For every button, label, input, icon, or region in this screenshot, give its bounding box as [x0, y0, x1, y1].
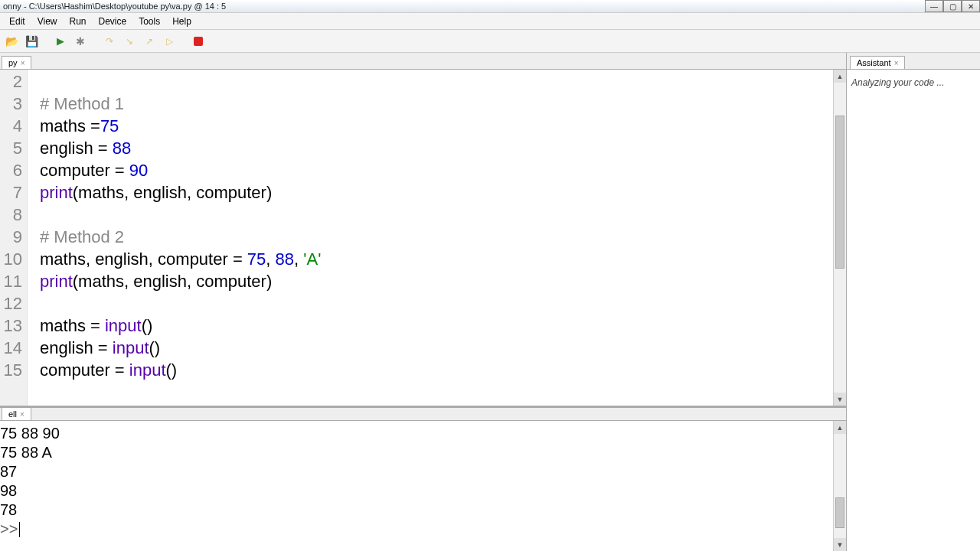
stop-button[interactable]: [190, 33, 207, 50]
open-file-button[interactable]: 📂: [3, 33, 20, 50]
bug-icon: ✱: [76, 35, 85, 47]
assistant-message: Analyzing your code ...: [847, 70, 980, 551]
menu-edit[interactable]: Edit: [3, 15, 31, 28]
menu-help[interactable]: Help: [166, 15, 198, 28]
scroll-down-icon[interactable]: ▼: [834, 538, 846, 551]
menu-view[interactable]: View: [31, 15, 64, 28]
shell-output[interactable]: 75 88 9075 88 A879878>>: [0, 421, 833, 551]
assistant-tab[interactable]: Assistant ×: [850, 56, 905, 69]
menu-tools[interactable]: Tools: [132, 15, 166, 28]
step-out-button[interactable]: ↗: [141, 33, 158, 50]
step-over-icon: ↷: [106, 36, 113, 47]
step-out-icon: ↗: [145, 36, 153, 47]
close-icon[interactable]: ×: [21, 59, 25, 67]
editor-scrollbar[interactable]: ▲ ▼: [833, 70, 846, 406]
scrollbar-thumb[interactable]: [835, 116, 844, 269]
resume-icon: ▷: [166, 36, 173, 47]
shell-panel[interactable]: 75 88 9075 88 A879878>> ▲ ▼: [0, 421, 846, 551]
step-into-button[interactable]: ↘: [121, 33, 138, 50]
menu-run[interactable]: Run: [63, 15, 92, 28]
assistant-tab-label: Assistant: [857, 58, 891, 67]
editor-tab-label: py: [8, 58, 18, 67]
shell-tab-label: ell: [8, 409, 17, 419]
run-button[interactable]: ▶: [52, 33, 69, 50]
toolbar: 📂 💾 ▶ ✱ ↷ ↘ ↗ ▷: [0, 30, 980, 53]
editor-tab-strip: py ×: [0, 53, 846, 70]
menu-device[interactable]: Device: [93, 15, 133, 28]
play-icon: ▶: [57, 35, 64, 47]
save-icon: 💾: [25, 35, 38, 47]
code-editor[interactable]: 23456789101112131415 # Method 1maths =75…: [0, 70, 846, 406]
step-over-button[interactable]: ↷: [101, 33, 118, 50]
title-bar: onny - C:\Users\Hashim\Desktop\youtube p…: [0, 0, 980, 13]
window-title: onny - C:\Users\Hashim\Desktop\youtube p…: [3, 2, 226, 11]
shell-scrollbar[interactable]: ▲ ▼: [833, 421, 846, 551]
close-icon[interactable]: ×: [20, 410, 24, 419]
minimize-button[interactable]: —: [925, 0, 943, 12]
shell-tab[interactable]: ell ×: [2, 407, 31, 420]
scroll-up-icon[interactable]: ▲: [834, 421, 846, 434]
debug-button[interactable]: ✱: [72, 33, 89, 50]
close-button[interactable]: ✕: [962, 0, 980, 12]
scroll-down-icon[interactable]: ▼: [834, 393, 846, 406]
shell-tab-strip: ell ×: [0, 406, 846, 421]
assistant-panel: Assistant × Analyzing your code ...: [847, 53, 980, 551]
code-content[interactable]: # Method 1maths =75english = 88computer …: [28, 70, 321, 406]
save-file-button[interactable]: 💾: [23, 33, 40, 50]
scrollbar-thumb[interactable]: [835, 497, 844, 528]
maximize-button[interactable]: ▢: [943, 0, 962, 12]
editor-tab[interactable]: py ×: [2, 56, 31, 69]
scroll-up-icon[interactable]: ▲: [834, 70, 846, 83]
menu-bar: Edit View Run Device Tools Help: [0, 13, 980, 30]
step-into-icon: ↘: [126, 36, 133, 47]
close-icon[interactable]: ×: [894, 59, 899, 67]
assistant-tab-strip: Assistant ×: [847, 53, 980, 70]
resume-button[interactable]: ▷: [161, 33, 178, 50]
folder-icon: 📂: [5, 35, 18, 47]
stop-icon: [194, 37, 203, 46]
line-number-gutter: 23456789101112131415: [0, 70, 28, 406]
